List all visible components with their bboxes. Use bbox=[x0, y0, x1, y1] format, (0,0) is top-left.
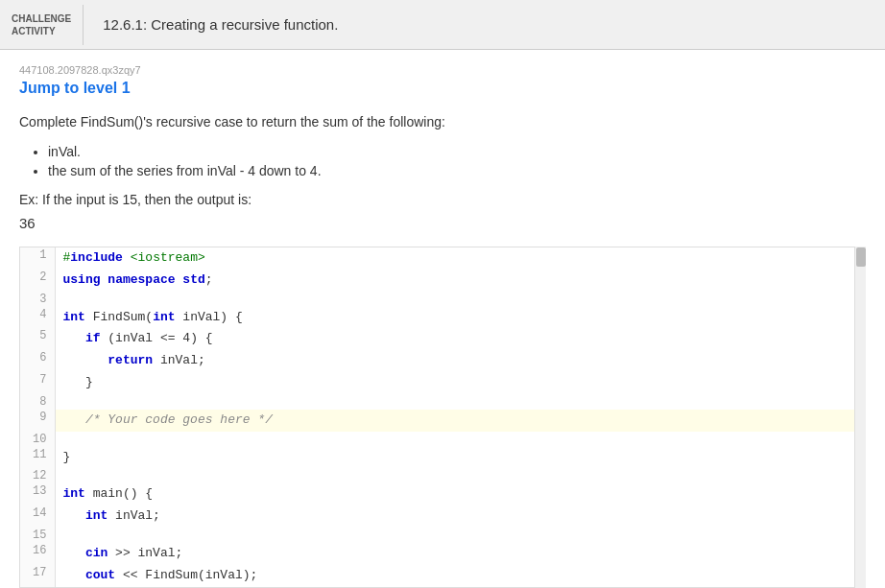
line-number-15: 15 bbox=[20, 528, 55, 543]
code-line-1: 1#include <iostream> bbox=[20, 247, 865, 270]
line-content-10[interactable] bbox=[55, 432, 865, 447]
line-number-6: 6 bbox=[20, 350, 55, 372]
bullet-item-2: the sum of the series from inVal - 4 dow… bbox=[48, 163, 866, 178]
page-header: CHALLENGE ACTIVITY 12.6.1: Creating a re… bbox=[0, 0, 885, 50]
line-content-16[interactable]: cin >> inVal; bbox=[55, 543, 865, 565]
line-number-17: 17 bbox=[20, 565, 55, 587]
scrollbar-thumb bbox=[856, 247, 866, 267]
line-content-13[interactable]: int main() { bbox=[55, 483, 865, 506]
line-content-15[interactable] bbox=[55, 528, 865, 543]
code-line-13: 13int main() { bbox=[20, 483, 865, 506]
line-content-17[interactable]: cout << FindSum(inVal); bbox=[55, 565, 865, 587]
code-line-17: 17 cout << FindSum(inVal); bbox=[20, 565, 865, 587]
line-number-1: 1 bbox=[20, 247, 55, 270]
code-line-14: 14 int inVal; bbox=[20, 506, 865, 528]
code-line-16: 16 cin >> inVal; bbox=[20, 543, 865, 565]
challenge-label: CHALLENGE ACTIVITY bbox=[0, 5, 84, 45]
jump-to-level-link[interactable]: Jump to level 1 bbox=[19, 80, 131, 97]
session-id: 447108.2097828.qx3zqy7 bbox=[19, 64, 866, 76]
line-number-13: 13 bbox=[20, 483, 55, 506]
line-content-7[interactable]: } bbox=[55, 372, 865, 394]
line-number-12: 12 bbox=[20, 468, 55, 483]
line-content-8[interactable] bbox=[55, 394, 865, 410]
code-line-4: 4int FindSum(int inVal) { bbox=[20, 307, 865, 329]
line-number-9: 9 bbox=[20, 410, 55, 432]
code-line-15: 15 bbox=[20, 528, 865, 543]
bullet-item-1: inVal. bbox=[48, 144, 866, 159]
code-line-9: 9 /* Your code goes here */ bbox=[20, 410, 865, 432]
code-line-12: 12 bbox=[20, 468, 865, 483]
line-content-5[interactable]: if (inVal <= 4) { bbox=[55, 328, 865, 350]
code-line-7: 7 } bbox=[20, 372, 865, 394]
code-line-3: 3 bbox=[20, 292, 865, 307]
code-editor[interactable]: 1#include <iostream>2using namespace std… bbox=[19, 247, 866, 588]
line-number-7: 7 bbox=[20, 372, 55, 394]
line-content-4[interactable]: int FindSum(int inVal) { bbox=[55, 307, 865, 329]
line-number-2: 2 bbox=[20, 270, 55, 292]
line-content-11[interactable]: } bbox=[55, 447, 865, 469]
line-content-3[interactable] bbox=[55, 292, 865, 307]
line-number-11: 11 bbox=[20, 447, 55, 469]
bullet-list: inVal. the sum of the series from inVal … bbox=[19, 144, 866, 178]
code-lines: 1#include <iostream>2using namespace std… bbox=[20, 247, 865, 587]
line-content-9[interactable]: /* Your code goes here */ bbox=[55, 410, 865, 432]
line-content-12[interactable] bbox=[55, 468, 865, 483]
line-content-1[interactable]: #include <iostream> bbox=[55, 247, 865, 270]
line-number-8: 8 bbox=[20, 394, 55, 410]
line-content-2[interactable]: using namespace std; bbox=[55, 270, 865, 292]
scrollbar[interactable] bbox=[854, 247, 866, 588]
line-number-5: 5 bbox=[20, 328, 55, 350]
line-number-16: 16 bbox=[20, 543, 55, 565]
output-value: 36 bbox=[19, 215, 866, 231]
instructions-text: Complete FindSum()'s recursive case to r… bbox=[19, 112, 866, 132]
code-line-6: 6 return inVal; bbox=[20, 350, 865, 372]
line-number-10: 10 bbox=[20, 432, 55, 447]
code-line-8: 8 bbox=[20, 394, 865, 410]
main-content: 447108.2097828.qx3zqy7 Jump to level 1 C… bbox=[0, 50, 885, 588]
code-editor-wrapper: 1#include <iostream>2using namespace std… bbox=[19, 247, 866, 588]
line-number-14: 14 bbox=[20, 506, 55, 528]
code-line-11: 11} bbox=[20, 447, 865, 469]
code-line-10: 10 bbox=[20, 432, 865, 447]
code-line-2: 2using namespace std; bbox=[20, 270, 865, 292]
example-text: Ex: If the input is 15, then the output … bbox=[19, 192, 866, 207]
line-number-4: 4 bbox=[20, 307, 55, 329]
activity-title: 12.6.1: Creating a recursive function. bbox=[84, 16, 357, 33]
line-content-14[interactable]: int inVal; bbox=[55, 506, 865, 528]
line-number-3: 3 bbox=[20, 292, 55, 307]
line-content-6[interactable]: return inVal; bbox=[55, 350, 865, 372]
code-line-5: 5 if (inVal <= 4) { bbox=[20, 328, 865, 350]
